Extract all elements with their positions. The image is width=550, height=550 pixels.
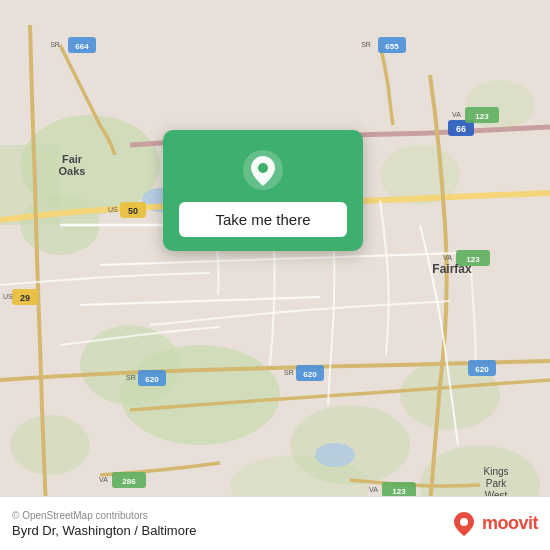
svg-text:620: 620	[303, 370, 317, 379]
svg-text:SR: SR	[50, 41, 60, 48]
svg-text:US: US	[3, 293, 13, 300]
svg-text:SR: SR	[284, 369, 294, 376]
svg-text:620: 620	[145, 375, 159, 384]
map-container: 664 SR 655 SR 66 I 66 50 US 29 US 123 VA…	[0, 0, 550, 550]
svg-text:Kings: Kings	[483, 466, 508, 477]
map-background: 664 SR 655 SR 66 I 66 50 US 29 US 123 VA…	[0, 0, 550, 550]
take-me-there-button[interactable]: Take me there	[179, 202, 347, 237]
svg-text:655: 655	[385, 42, 399, 51]
svg-text:50: 50	[128, 206, 138, 216]
svg-text:664: 664	[75, 42, 89, 51]
svg-text:VA: VA	[443, 254, 452, 261]
svg-text:Park: Park	[486, 478, 508, 489]
svg-text:Fair: Fair	[62, 153, 83, 165]
svg-text:620: 620	[475, 365, 489, 374]
svg-text:US: US	[108, 206, 118, 213]
location-pin-icon	[241, 148, 285, 192]
svg-text:VA: VA	[369, 486, 378, 493]
svg-text:123: 123	[392, 487, 406, 496]
location-label: Byrd Dr, Washington / Baltimore	[12, 523, 196, 538]
moovit-text: moovit	[482, 513, 538, 534]
osm-attribution: © OpenStreetMap contributors	[12, 510, 196, 521]
svg-text:Oaks: Oaks	[59, 165, 86, 177]
svg-point-14	[315, 443, 355, 467]
svg-point-10	[10, 415, 90, 475]
svg-text:66: 66	[456, 124, 466, 134]
svg-text:29: 29	[20, 293, 30, 303]
location-popup: Take me there	[163, 130, 363, 251]
moovit-logo: moovit	[450, 510, 538, 538]
moovit-icon	[450, 510, 478, 538]
svg-text:SR: SR	[126, 374, 136, 381]
svg-text:123: 123	[475, 112, 489, 121]
svg-text:VA: VA	[99, 476, 108, 483]
svg-text:SR: SR	[361, 41, 371, 48]
svg-point-60	[460, 518, 468, 526]
svg-text:286: 286	[122, 477, 136, 486]
svg-point-59	[258, 163, 268, 173]
svg-text:VA: VA	[452, 111, 461, 118]
bottom-left: © OpenStreetMap contributors Byrd Dr, Wa…	[12, 510, 196, 538]
bottom-bar: © OpenStreetMap contributors Byrd Dr, Wa…	[0, 496, 550, 550]
svg-text:Fairfax: Fairfax	[432, 262, 472, 276]
